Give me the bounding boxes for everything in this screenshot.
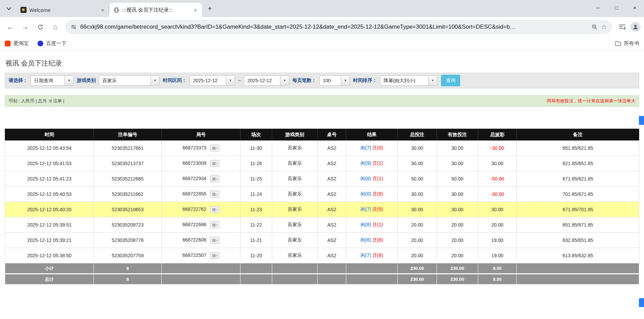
cell-payout: 19.00 (478, 248, 516, 263)
cell-result: 闲(6) 庄(8) (346, 233, 398, 248)
cell-game-type: 百家乐 (272, 233, 318, 248)
date-end-input[interactable]: 2025-12-12 ▼ (244, 75, 289, 86)
cell-bet-id: 523035213737 (94, 156, 162, 171)
url-text[interactable]: 66cxkj98.com/game/betrecord_search/kind3… (80, 24, 588, 30)
col-header-time: 时间 (5, 129, 94, 141)
cell-note: 651.85/621.85 (517, 141, 639, 156)
window-minimize-button[interactable]: ─ (589, 0, 607, 15)
result-player: 闲(7) (361, 252, 371, 258)
cell-round: 668723008 (162, 156, 240, 171)
cell-valid-bet: 30.00 (437, 156, 478, 171)
tab-search-button[interactable] (3, 3, 14, 14)
table-row: 2025-12-12 05:39:21 523035208776 6687226… (5, 233, 639, 248)
zoom-icon[interactable] (591, 24, 598, 30)
browser-tab-welcome[interactable]: Welcome × (16, 3, 109, 17)
scroll-indicator-bottom[interactable] (639, 298, 644, 307)
round-replay-button[interactable] (210, 145, 219, 151)
browser-tab-betrecord[interactable]: :::视讯 会员下注纪录::: × (109, 3, 202, 17)
cell-result: 闲(7) 庄(5) (346, 202, 398, 217)
col-header-note: 备注 (517, 129, 639, 141)
round-replay-button[interactable] (210, 175, 219, 182)
tab-title: :::视讯 会员下注纪录::: (122, 7, 189, 13)
chevron-down-icon[interactable]: ▼ (428, 76, 437, 85)
round-replay-button[interactable] (210, 206, 219, 213)
round-replay-button[interactable] (210, 237, 219, 244)
chevron-down-icon[interactable]: ▼ (64, 76, 73, 85)
cell-valid-bet: 50.00 (437, 171, 478, 187)
col-header-table-no: 桌号 (318, 129, 346, 141)
table-row: 2025-12-12 05:43:54 523035217661 6687233… (5, 141, 639, 156)
bookmark-star-icon[interactable]: ☆ (601, 23, 607, 31)
all-bookmarks-button[interactable]: 所有书 (609, 40, 639, 48)
bookmark-baidu[interactable]: 百度一下 (38, 40, 67, 47)
cell-total-bet: 30.00 (397, 156, 437, 171)
date-start-input[interactable]: 2025-12-12 ▼ (190, 75, 235, 86)
cell-table-no: AS2 (318, 233, 346, 248)
cell-bet-id: 523035208776 (94, 233, 162, 248)
chevron-down-icon[interactable]: ▼ (150, 76, 159, 85)
subtotal-row: 小计 8 230.00 230.00 8.00 (5, 263, 639, 274)
window-close-button[interactable]: × (626, 0, 644, 15)
table-row: 2025-12-12 05:40:53 523035211662 6687228… (5, 187, 639, 202)
home-button[interactable]: ⌂ (48, 20, 62, 34)
round-replay-button[interactable] (210, 252, 219, 259)
table-header-row: 时间 注单编号 局号 场次 游戏类别 桌号 结果 总投注 有效投注 总派彩 备注 (5, 129, 639, 141)
bookmark-aitaobao[interactable]: 爱淘宝 (5, 40, 29, 47)
round-replay-button[interactable] (210, 221, 219, 228)
cell-note: 632.85/651.85 (517, 233, 639, 248)
window-maximize-button[interactable]: □ (607, 0, 626, 15)
game-category-label: 游戏类别 (77, 77, 96, 84)
forward-button[interactable]: → (18, 20, 32, 34)
globe-favicon-icon (113, 7, 119, 13)
query-type-label: 请选择： (9, 77, 28, 84)
subtotal-total-bet: 230.00 (397, 263, 437, 274)
cell-round: 668722855 (162, 187, 240, 202)
profile-avatar[interactable] (630, 22, 641, 32)
new-tab-button[interactable]: + (205, 3, 215, 14)
cell-result: 闲(9) 庄(1) (346, 156, 398, 171)
cell-bet-id: 523035212685 (94, 171, 162, 187)
video-replay-icon (212, 238, 217, 242)
query-type-select[interactable]: 日期查询 ▼ (31, 75, 74, 86)
scroll-indicator-top[interactable] (639, 116, 644, 125)
cell-payout: 30.00 (478, 202, 516, 217)
search-button[interactable]: 查询 (441, 75, 460, 86)
tab-close-icon[interactable]: × (99, 6, 106, 14)
cell-bet-id: 523035209723 (94, 217, 162, 233)
bet-records-table: 时间 注单编号 局号 场次 游戏类别 桌号 结果 总投注 有效投注 总派彩 备注… (5, 129, 639, 285)
back-button[interactable]: ← (3, 20, 17, 34)
reload-button[interactable] (33, 20, 47, 34)
cell-round: 668722686 (162, 217, 240, 233)
result-player: 闲(7) (361, 145, 371, 150)
subtotal-count: 8 (94, 263, 162, 274)
round-replay-button[interactable] (210, 160, 219, 167)
video-replay-icon (212, 223, 217, 227)
tab-close-icon[interactable]: × (192, 6, 199, 14)
cell-note: 651.85/671.85 (517, 217, 639, 233)
site-settings-icon[interactable] (71, 24, 77, 30)
round-replay-button[interactable] (210, 191, 219, 198)
url-bar[interactable]: 66cxkj98.com/game/betrecord_search/kind3… (65, 20, 612, 34)
per-page-select[interactable]: 100 ▼ (319, 75, 350, 86)
chevron-down-icon[interactable]: ▼ (280, 76, 289, 85)
page-content: 视讯 会员下注纪录 请选择： 日期查询 ▼ 游戏类别 百家乐 ▼ 时间区间： 2… (0, 59, 644, 285)
cell-time: 2025-12-12 05:40:53 (5, 187, 94, 202)
result-banker: 庄(8) (372, 252, 383, 258)
game-category-select[interactable]: 百家乐 ▼ (99, 75, 160, 86)
cell-payout: 19.00 (478, 233, 516, 248)
cell-round: 668722606 (162, 233, 240, 248)
cell-game-type: 百家乐 (272, 202, 318, 217)
table-row: 2025-12-12 05:39:51 523035209723 6687226… (5, 217, 639, 233)
cell-valid-bet: 20.00 (437, 248, 478, 263)
cell-table-no: AS2 (318, 141, 346, 156)
sort-select[interactable]: 降幂(由大到小) ▼ (380, 75, 437, 86)
game-category-value: 百家乐 (99, 76, 150, 85)
media-controls-icon[interactable] (615, 20, 629, 34)
cell-time: 2025-12-12 05:41:23 (5, 171, 94, 187)
chevron-down-icon[interactable]: ▼ (226, 76, 235, 85)
col-header-game-type: 游戏类别 (272, 129, 318, 141)
result-banker: 庄(5) (372, 206, 383, 212)
chevron-down-icon[interactable]: ▼ (341, 76, 350, 85)
folder-icon (615, 41, 621, 46)
cell-session: 11-30 (240, 141, 272, 156)
